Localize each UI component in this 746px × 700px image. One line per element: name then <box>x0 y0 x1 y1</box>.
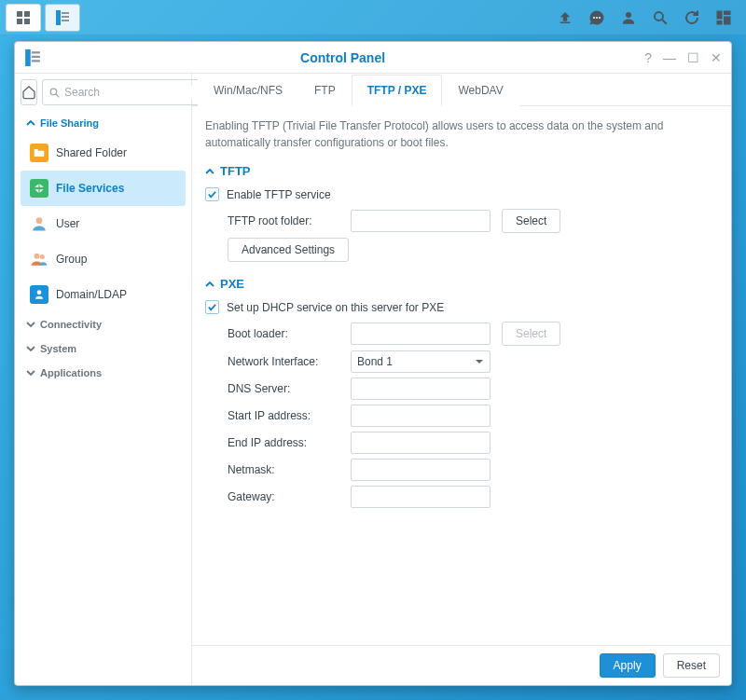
cat-label: System <box>40 343 76 354</box>
svg-rect-4 <box>56 10 61 25</box>
user-icon <box>30 214 48 233</box>
control-panel-window: Control Panel ? — ☐ ✕ File Sharing <box>14 41 732 686</box>
sidebar-item-file-services[interactable]: File Services <box>21 171 186 206</box>
sidebar-item-shared-folder[interactable]: Shared Folder <box>21 135 186 171</box>
upload-icon[interactable] <box>554 7 576 29</box>
group-icon <box>30 250 48 268</box>
chevron-down-icon <box>26 368 35 377</box>
user-icon[interactable] <box>617 7 640 29</box>
svg-point-11 <box>626 12 631 18</box>
boot-loader-input[interactable] <box>351 323 490 345</box>
close-button[interactable]: ✕ <box>711 50 722 65</box>
cat-label: File Sharing <box>40 117 99 129</box>
select-value: Bond 1 <box>357 355 393 368</box>
section-title: TFTP <box>220 164 251 178</box>
enable-tftp-label: Enable TFTP service <box>227 188 331 201</box>
gateway-input[interactable] <box>351 486 490 508</box>
start-ip-label: Start IP address: <box>228 409 339 422</box>
cat-applications[interactable]: Applications <box>21 361 186 385</box>
netmask-label: Netmask: <box>228 463 339 476</box>
apply-button[interactable]: Apply <box>600 653 656 678</box>
advanced-settings-button[interactable]: Advanced Settings <box>228 238 349 262</box>
cat-label: Connectivity <box>40 319 102 330</box>
svg-point-27 <box>37 290 42 295</box>
svg-line-23 <box>56 94 59 97</box>
sidebar-search[interactable] <box>42 79 211 105</box>
svg-point-9 <box>596 17 598 19</box>
svg-rect-6 <box>62 16 69 18</box>
sidebar-item-label: Shared Folder <box>56 146 127 159</box>
boot-loader-label: Boot loader: <box>228 327 339 340</box>
sidebar-item-user[interactable]: User <box>21 206 186 241</box>
search-icon[interactable] <box>649 7 671 29</box>
section-pxe-header[interactable]: PXE <box>205 277 718 291</box>
svg-point-25 <box>35 254 40 259</box>
network-interface-label: Network Interface: <box>228 355 339 368</box>
widgets-icon[interactable] <box>712 7 735 29</box>
svg-point-22 <box>50 89 57 95</box>
setup-dhcp-checkbox[interactable] <box>205 300 219 314</box>
netmask-input[interactable] <box>351 459 490 481</box>
home-button[interactable] <box>21 79 37 105</box>
taskbar-control-panel[interactable] <box>45 4 80 32</box>
content: Win/Mac/NFS FTP TFTP / PXE WebDAV Enabli… <box>192 74 731 685</box>
sidebar-item-domain-ldap[interactable]: Domain/LDAP <box>21 277 186 312</box>
domain-ldap-icon <box>30 285 48 304</box>
check-icon <box>207 302 217 312</box>
setup-dhcp-label: Set up DHCP service on this server for P… <box>227 301 444 314</box>
sidebar-item-label: Group <box>56 253 87 266</box>
chevron-up-icon <box>26 118 35 128</box>
file-services-icon <box>30 179 48 198</box>
cat-system[interactable]: System <box>21 336 186 361</box>
search-icon <box>48 87 61 99</box>
tftp-select-button[interactable]: Select <box>502 209 560 233</box>
svg-rect-16 <box>724 16 731 24</box>
chevron-up-icon <box>205 167 214 176</box>
svg-point-10 <box>599 17 601 19</box>
gateway-label: Gateway: <box>228 490 339 503</box>
svg-rect-1 <box>24 11 30 17</box>
taskbar-app-grid[interactable] <box>6 4 41 32</box>
svg-rect-21 <box>32 60 40 62</box>
dns-input[interactable] <box>351 377 490 400</box>
cat-connectivity[interactable]: Connectivity <box>21 312 186 336</box>
sidebar: File Sharing Shared Folder File Services… <box>15 74 192 685</box>
tftp-root-label: TFTP root folder: <box>228 214 339 227</box>
cat-file-sharing[interactable]: File Sharing <box>21 111 186 135</box>
help-button[interactable]: ? <box>644 50 652 65</box>
window-title: Control Panel <box>41 50 644 65</box>
chevron-down-icon <box>26 320 35 329</box>
chat-icon[interactable] <box>586 7 608 29</box>
titlebar: Control Panel ? — ☐ ✕ <box>15 42 731 74</box>
tab-webdav[interactable]: WebDAV <box>442 75 518 106</box>
footer: Apply Reset <box>192 645 731 685</box>
chevron-down-icon <box>475 357 484 366</box>
cat-label: Applications <box>40 367 102 378</box>
maximize-button[interactable]: ☐ <box>687 50 699 65</box>
enable-tftp-checkbox[interactable] <box>205 187 219 201</box>
tab-ftp[interactable]: FTP <box>298 75 352 106</box>
start-ip-input[interactable] <box>351 405 490 427</box>
window-icon <box>24 49 41 66</box>
reset-button[interactable]: Reset <box>663 653 720 678</box>
tftp-root-input[interactable] <box>351 210 490 232</box>
svg-rect-0 <box>17 11 22 17</box>
tab-win-mac-nfs[interactable]: Win/Mac/NFS <box>198 75 298 106</box>
boot-loader-select-button: Select <box>502 322 560 346</box>
minimize-button[interactable]: — <box>663 50 676 65</box>
svg-point-8 <box>593 17 595 19</box>
svg-rect-19 <box>32 51 40 53</box>
svg-rect-17 <box>717 21 723 25</box>
chevron-up-icon <box>205 280 214 289</box>
search-input[interactable] <box>64 86 204 99</box>
end-ip-label: End IP address: <box>228 436 339 449</box>
end-ip-input[interactable] <box>351 432 490 454</box>
sidebar-item-group[interactable]: Group <box>21 241 186 277</box>
tab-tftp-pxe[interactable]: TFTP / PXE <box>352 75 443 106</box>
section-tftp-header[interactable]: TFTP <box>205 164 718 178</box>
network-interface-select[interactable]: Bond 1 <box>351 350 490 373</box>
refresh-icon[interactable] <box>681 7 703 29</box>
sidebar-item-label: Domain/LDAP <box>56 288 127 301</box>
check-icon <box>207 189 217 199</box>
svg-rect-3 <box>24 19 30 24</box>
